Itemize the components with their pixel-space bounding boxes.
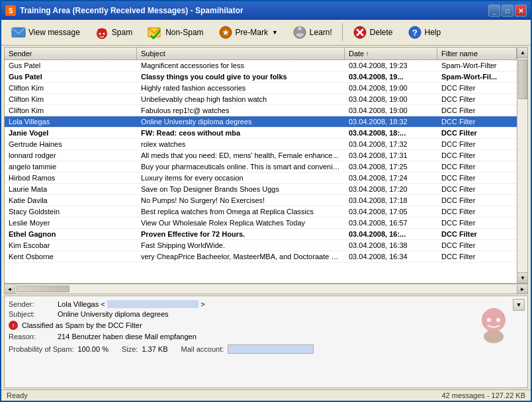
svg-point-3	[103, 33, 105, 35]
cell-sender: Gus Patel	[5, 71, 137, 82]
cell-filter: DCC Filter	[437, 251, 517, 262]
table-row[interactable]: Clifton KimUnbelievably cheap high fashi…	[5, 94, 517, 105]
spam-button[interactable]: Spam	[89, 22, 138, 42]
table-row[interactable]: angelo tammieBuy your pharmaceuticals on…	[5, 161, 517, 173]
column-header-filter[interactable]: Filter name	[437, 48, 517, 60]
title-bar: S Training Area (Recently Received Messa…	[1, 1, 531, 20]
cell-sender: Clifton Kim	[5, 105, 137, 116]
mail-account-label: Mail account:	[181, 345, 224, 353]
sender-value: Lola Villegas < >	[58, 300, 523, 308]
nonspam-icon	[147, 25, 163, 40]
help-icon: ?	[408, 25, 422, 40]
scroll-thumb[interactable]	[518, 60, 527, 99]
cell-subject: Highly rated fashion accessories	[137, 83, 345, 93]
cell-sender: Stacy Goldstein	[5, 206, 137, 217]
table-row[interactable]: Janie VogelFW: Read: ceos without mba03.…	[5, 128, 517, 139]
cell-sender: Clifton Kim	[5, 83, 137, 93]
table-row[interactable]: Gertrude Hainesrolex watches03.04.2008, …	[5, 139, 517, 150]
table-row[interactable]: Stacy GoldsteinBest replica watches from…	[5, 206, 517, 218]
cell-filter: DCC Filter	[437, 150, 517, 161]
cell-sender: Kim Escobar	[5, 240, 137, 251]
cell-sender: Katie Davila	[5, 195, 137, 206]
column-header-subject[interactable]: Subject	[137, 48, 345, 60]
table-row[interactable]: Ethel GagnonProven Effective for 72 Hour…	[5, 229, 517, 240]
table-row[interactable]: Kim EscobarFast Shipping WorldWide.03.04…	[5, 240, 517, 251]
preview-stats: Probability of Spam: 100.00 % Size: 1.37…	[9, 344, 523, 354]
pre-mark-button[interactable]: ★ Pre-Mark ▼	[212, 22, 284, 42]
cell-date: 03.04.2008, 16:34	[345, 251, 437, 262]
cell-date: 03.04.2008, 17:24	[345, 173, 437, 183]
table-row[interactable]: Clifton KimHighly rated fashion accessor…	[5, 83, 517, 94]
cell-sender: Hirbod Ramos	[5, 173, 137, 183]
svg-point-15	[487, 318, 491, 322]
cell-filter: DCC Filter	[437, 218, 517, 228]
cell-subject: Luxury items for every occasion	[137, 173, 345, 183]
close-button[interactable]: ✕	[515, 5, 527, 17]
table-row[interactable]: Kent Osbornevery CheapPrice Bacheelor, M…	[5, 251, 517, 262]
vertical-scrollbar[interactable]: ▲ ▼	[517, 48, 527, 283]
cell-filter: DCC Filter	[437, 139, 517, 149]
reason-value: 214 Benutzer haben diese Mail empfangen	[58, 333, 523, 341]
size-value: 1.37 KB	[142, 345, 167, 353]
maximize-button[interactable]: □	[502, 5, 513, 17]
cell-date: 03.04.2008, 19:00	[345, 105, 437, 116]
minimize-button[interactable]: _	[488, 5, 500, 17]
envelope-icon	[11, 25, 26, 40]
non-spam-button[interactable]: Non-Spam	[141, 22, 209, 42]
view-message-button[interactable]: View message	[5, 22, 86, 42]
table-row[interactable]: Clifton KimFabulous rep1!c@ watches03.04…	[5, 105, 517, 116]
help-button[interactable]: ? Help	[402, 22, 447, 42]
cell-subject: Buy your pharmaceuticals online. This is…	[137, 161, 345, 172]
cell-subject: Best replica watches from Omega at Repli…	[137, 206, 345, 217]
cell-date: 03.04.2008, 16:38	[345, 240, 437, 251]
toolbar-separator	[342, 23, 343, 42]
sender-email-highlight	[107, 300, 199, 308]
spam-devil-icon	[95, 25, 109, 40]
scroll-right-button[interactable]: ►	[517, 284, 527, 294]
cell-subject: FW: Read: ceos without mba	[137, 128, 345, 138]
learn-label: Learn!	[310, 28, 332, 37]
cell-filter: DCC Filter	[437, 83, 517, 93]
cell-filter: DCC Filter	[437, 195, 517, 206]
cell-sender: Laurie Mata	[5, 184, 137, 194]
cell-subject: Fast Shipping WorldWide.	[137, 240, 345, 251]
delete-button[interactable]: Delete	[347, 22, 399, 42]
column-header-date[interactable]: Date ↑	[345, 48, 437, 60]
premark-icon: ★	[218, 25, 233, 40]
table-row[interactable]: Gus PatelClassy things you could give to…	[5, 71, 517, 83]
cell-subject: Save on Top Designer Brands Shoes Uggs	[137, 184, 345, 194]
pre-mark-label: Pre-Mark	[236, 28, 268, 37]
h-scroll-thumb[interactable]	[17, 286, 69, 292]
table-row[interactable]: lonnard rodgerAll meds that you need: ED…	[5, 150, 517, 161]
subject-label: Subject:	[9, 310, 55, 318]
cell-filter: Spam-Wort-Filter	[437, 60, 517, 71]
column-header-sender[interactable]: Sender	[5, 48, 137, 60]
scroll-left-button[interactable]: ◄	[5, 284, 15, 294]
table-row[interactable]: Leslie MoyerView Our Wholesale Rolex Rep…	[5, 218, 517, 229]
table-row[interactable]: Hirbod RamosLuxury items for every occas…	[5, 173, 517, 184]
table-row[interactable]: Gus PatelMagnificent accessories for les…	[5, 60, 517, 71]
table-row[interactable]: Katie DavilaNo Pumps! No Surgery! No Exe…	[5, 195, 517, 206]
svg-point-8	[298, 26, 302, 30]
table-row[interactable]: Lola VillegasOnline University diploma d…	[5, 116, 517, 128]
classified-row: ! Classified as Spam by the DCC Filter	[9, 321, 523, 330]
app-icon: S	[5, 5, 16, 16]
scroll-down-button[interactable]: ▼	[517, 272, 528, 283]
sender-label: Sender:	[9, 300, 55, 308]
classified-text: Classified as Spam by the DCC Filter	[22, 321, 142, 329]
delete-label: Delete	[370, 28, 393, 37]
cell-date: 03.04.2008, 18:32	[345, 116, 437, 127]
help-label: Help	[425, 28, 441, 37]
horizontal-scrollbar[interactable]: ◄ ►	[4, 284, 528, 294]
table-row[interactable]: Laurie MataSave on Top Designer Brands S…	[5, 184, 517, 195]
message-list-container: Sender Subject Date ↑ Filter name Gus Pa…	[4, 47, 528, 284]
cell-subject: All meds that you need: ED, mens' health…	[137, 150, 345, 161]
cell-sender: Kent Osborne	[5, 251, 137, 262]
mascot-image	[470, 300, 517, 348]
learn-button[interactable]: Learn!	[287, 22, 338, 42]
scroll-up-button[interactable]: ▲	[517, 48, 528, 58]
preview-reason-row: Reason: 214 Benutzer haben diese Mail em…	[9, 333, 523, 341]
cell-date: 03.04.2008, 19:00	[345, 83, 437, 93]
svg-point-16	[496, 318, 500, 322]
list-header: Sender Subject Date ↑ Filter name	[5, 48, 517, 60]
